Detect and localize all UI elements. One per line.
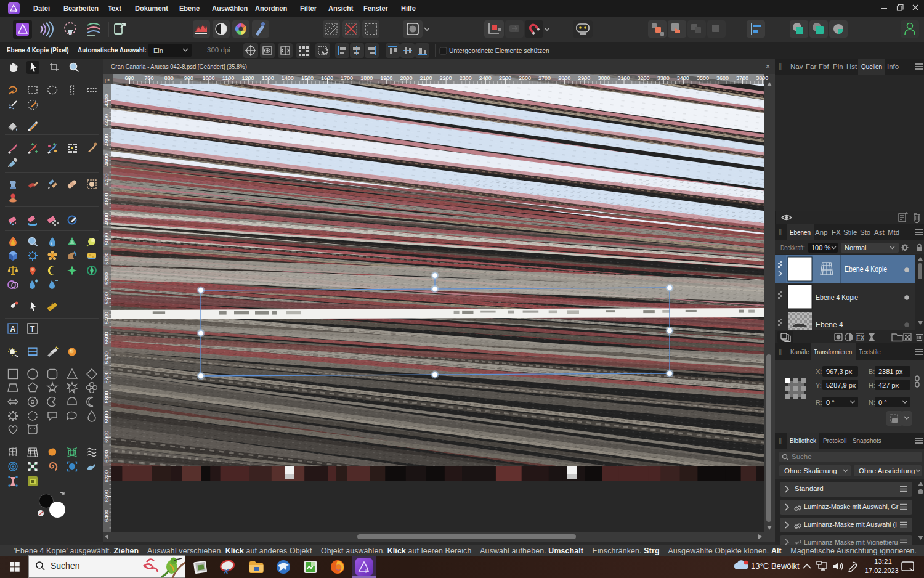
- svg-text:1200: 1200: [242, 75, 254, 81]
- svg-text:Ebene 4: Ebene 4: [816, 320, 843, 329]
- svg-text:B:: B:: [869, 368, 875, 375]
- svg-text:6000: 6000: [103, 431, 110, 443]
- svg-text:6400: 6400: [103, 510, 110, 522]
- svg-text:5100: 5100: [103, 253, 110, 265]
- svg-text:2381 px: 2381 px: [878, 368, 903, 375]
- svg-text:1300: 1300: [262, 75, 274, 81]
- svg-text:5400: 5400: [103, 312, 110, 324]
- svg-text:2800: 2800: [558, 75, 570, 81]
- svg-text:2000: 2000: [400, 75, 412, 81]
- svg-text:Gran Canaria - Arucas 042-8.ps: Gran Canaria - Arucas 042-8.psd [Geänder…: [111, 62, 247, 70]
- svg-text:1700: 1700: [341, 75, 353, 81]
- svg-text:4900: 4900: [103, 213, 110, 226]
- svg-text:600: 600: [124, 75, 134, 81]
- svg-text:5000: 5000: [103, 233, 110, 245]
- svg-text:β: β: [365, 568, 368, 573]
- svg-text:X:: X:: [816, 368, 822, 375]
- svg-text:967,3 px: 967,3 px: [826, 368, 853, 375]
- svg-text:5900: 5900: [103, 411, 110, 423]
- svg-text:R:: R:: [816, 399, 822, 406]
- svg-text:3400: 3400: [677, 75, 689, 81]
- svg-text:2700: 2700: [538, 75, 551, 81]
- svg-text:Ebene 4 Kopie: Ebene 4 Kopie: [816, 293, 858, 301]
- svg-text:1900: 1900: [380, 75, 392, 81]
- svg-text:Ebene 4 Kopie: Ebene 4 Kopie: [845, 265, 887, 273]
- svg-text:800: 800: [164, 75, 174, 81]
- svg-text:3100: 3100: [617, 75, 630, 81]
- svg-text:4400: 4400: [103, 114, 110, 126]
- svg-text:2300: 2300: [460, 75, 472, 81]
- svg-text:2900: 2900: [578, 75, 590, 81]
- svg-text:2500: 2500: [499, 75, 511, 81]
- svg-text:2200: 2200: [440, 75, 452, 81]
- svg-text:1400: 1400: [282, 75, 294, 81]
- svg-text:2600: 2600: [519, 75, 531, 81]
- svg-text:4700: 4700: [103, 173, 110, 185]
- svg-text:1000: 1000: [202, 75, 214, 81]
- svg-text:3200: 3200: [638, 75, 650, 81]
- svg-text:3700: 3700: [736, 75, 748, 81]
- svg-text:5500: 5500: [103, 332, 110, 344]
- svg-text:1800: 1800: [360, 75, 373, 81]
- svg-text:4600: 4600: [103, 153, 110, 166]
- svg-text:5800: 5800: [103, 391, 110, 403]
- svg-text:5287,9 px: 5287,9 px: [826, 381, 856, 389]
- svg-text:FX: FX: [856, 334, 864, 341]
- svg-text:×: ×: [766, 62, 770, 71]
- svg-text:427 px: 427 px: [878, 381, 899, 389]
- svg-text:0 °: 0 °: [878, 399, 887, 406]
- svg-text:1500: 1500: [301, 75, 314, 81]
- svg-text:3300: 3300: [657, 75, 670, 81]
- svg-text:3600: 3600: [716, 75, 729, 81]
- svg-text:3500: 3500: [697, 75, 709, 81]
- svg-text:700: 700: [145, 75, 154, 81]
- svg-text:2400: 2400: [479, 75, 492, 81]
- svg-text:3800: 3800: [756, 75, 768, 81]
- svg-text:900: 900: [184, 75, 193, 81]
- svg-text:4300: 4300: [103, 94, 110, 107]
- svg-text:N:: N:: [869, 399, 875, 406]
- svg-text:Y:: Y:: [816, 381, 822, 389]
- svg-text:5700: 5700: [103, 371, 110, 383]
- svg-text:6100: 6100: [103, 450, 110, 463]
- svg-text:px: px: [105, 77, 110, 83]
- svg-text:5600: 5600: [103, 351, 110, 364]
- svg-text:4500: 4500: [103, 134, 110, 146]
- svg-text:4800: 4800: [103, 193, 110, 205]
- svg-text:5300: 5300: [103, 292, 110, 304]
- svg-text:2100: 2100: [419, 75, 432, 81]
- svg-text:0 °: 0 °: [826, 399, 835, 406]
- svg-text:6300: 6300: [103, 490, 110, 502]
- svg-text:3000: 3000: [598, 75, 610, 81]
- svg-text:1600: 1600: [321, 75, 333, 81]
- svg-text:H:: H:: [869, 381, 875, 389]
- svg-text:6200: 6200: [103, 470, 110, 482]
- svg-text:1100: 1100: [222, 75, 234, 81]
- svg-text:5200: 5200: [103, 272, 110, 285]
